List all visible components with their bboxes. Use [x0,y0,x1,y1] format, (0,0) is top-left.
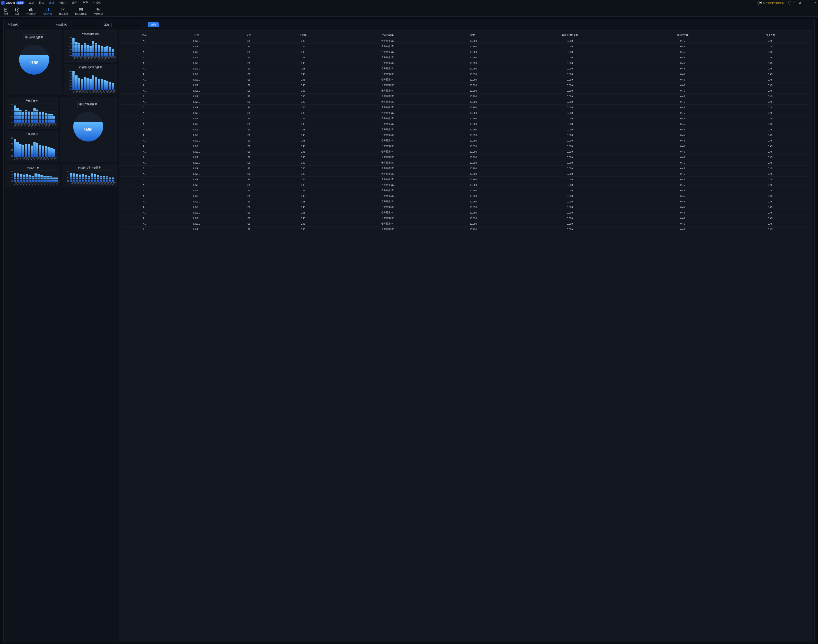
table-row[interactable]: A1LINE1S10.45合并重排11110.9900.0000.450.45 [121,204,810,210]
topmenu-item-2[interactable]: 统计 [47,0,57,6]
toolbar-item-作业分析[interactable]: 作业分析 [26,7,37,16]
table-row[interactable]: A1LINE1S10.45合并重排11110.9900.0000.450.45 [121,38,810,44]
gear-icon[interactable]: ⚙ [798,2,801,5]
table-row[interactable]: A1LINE1S10.45合并重排11110.9900.0000.450.45 [121,166,810,171]
search-button[interactable]: 查询 [148,22,159,27]
bar [98,45,100,57]
bar [109,177,111,182]
topmenu-item-1[interactable]: 报表 [37,0,47,6]
topmenu-item-5[interactable]: SOP [80,0,90,6]
table-row[interactable]: A1LINE1S10.45合并重排11110.9900.0000.450.45 [121,127,810,132]
window-minimize-icon[interactable]: — [804,2,806,5]
toolbar-item-合并重排[interactable]: 合并重排 [58,7,69,16]
toolbar-item-应用[interactable]: 应用 [14,7,20,16]
table-row[interactable]: A1LINE1S10.45合并重排11110.9900.0000.450.45 [121,83,810,88]
topmenu-item-0[interactable]: 分析 [26,0,37,6]
table-header: 产线 [167,32,226,38]
table-row[interactable]: A1LINE1S10.45合并重排11110.9900.0000.450.45 [121,149,810,155]
toolbar-item-比较分析[interactable]: 比较分析 [42,7,53,16]
table-row[interactable]: A1LINE1S10.45合并重排11110.9900.0000.450.45 [121,138,810,143]
svg-rect-4 [31,9,32,11]
table-row[interactable]: A1LINE1S10.45合并重排11110.9900.0000.450.45 [121,49,810,55]
table-row[interactable]: A1LINE1S10.45合并重排11110.9900.0000.450.45 [121,199,810,204]
bar [47,113,50,124]
table-header: 劳动负荷率 [334,32,441,38]
table-row[interactable]: A1LINE1S10.45合并重排11110.9900.0000.450.45 [121,221,810,227]
table-row[interactable]: A1LINE1S10.45合并重排11110.9900.0000.450.45 [121,116,810,121]
bar [84,43,86,57]
table-row[interactable]: A1LINE1S10.45合并重排11110.9900.0000.450.45 [121,171,810,177]
chart-title: 产线UPPH [8,166,58,170]
table-row[interactable]: A1LINE1S10.45合并重排11110.9900.0000.450.45 [121,94,810,99]
svg-rect-3 [30,9,31,11]
promo-banner[interactable]: 📢 八折优惠活动开始啦！ × [758,1,791,5]
toolbar-item-产线分析[interactable]: 产线分析 [93,7,104,16]
bar [25,144,27,157]
window-close-icon[interactable]: ✕ [814,2,817,5]
bar [32,176,34,182]
bar [52,177,55,182]
bar [28,111,30,123]
table-row[interactable]: A1LINE1S10.45合并重排11110.9900.0000.450.45 [121,188,810,193]
table-row[interactable]: A1LINE1S10.45合并重排11110.9900.0000.450.45 [121,77,810,83]
table-header: 平衡率 [272,32,334,38]
product-code-input[interactable] [20,23,47,27]
table-row[interactable]: A1LINE1S10.45合并重排11110.9900.0000.450.45 [121,132,810,138]
bar [19,110,21,123]
table-row[interactable]: A1LINE1S10.45合并重排11110.9900.0000.450.45 [121,44,810,49]
bar [112,49,114,57]
table-row[interactable]: A1LINE1S10.45合并重排11110.9900.0000.450.45 [121,99,810,105]
table-row[interactable]: A1LINE1S10.45合并重排11110.9900.0000.450.45 [121,193,810,199]
bar [109,47,111,57]
toolbar-item-简报[interactable]: 简报 [3,7,9,16]
table-row[interactable]: A1LINE1S10.45合并重排11110.9900.0000.450.45 [121,210,810,215]
table-row[interactable]: A1LINE1S10.45合并重排11110.9900.0000.450.45 [121,155,810,160]
info-icon[interactable]: ⓘ [793,2,796,5]
table-row[interactable]: A1LINE1S10.45合并重排11110.9900.0000.450.45 [121,215,810,221]
topmenu-item-6[interactable]: 可视化 [90,0,103,6]
table-row[interactable]: A1LINE1S10.45合并重排11110.9900.0000.450.45 [121,227,810,232]
table-row[interactable]: A1LINE1S10.45合并重排11110.9900.0000.450.45 [121,55,810,60]
bar [97,175,99,182]
toolbar-item-作业组合票[interactable]: 作业组合票 [74,7,87,16]
bar [35,173,37,182]
bar [76,174,78,182]
promo-close-icon[interactable]: × [787,2,789,4]
table-row[interactable]: A1LINE1S10.45合并重排11110.9900.0000.450.45 [121,66,810,71]
gauge-avg-line-balance-label: 平均产线平衡率 [77,101,99,108]
bar [17,142,18,157]
table-row[interactable]: A1LINE1S10.45合并重排11110.9900.0000.450.45 [121,88,810,94]
table-row[interactable]: A1LINE1S10.45合并重排11110.9900.0000.450.45 [121,121,810,127]
process-input[interactable] [112,23,139,27]
bar [28,144,30,157]
bar [81,79,83,90]
table-row[interactable]: A1LINE1S10.45合并重排11110.9900.0000.450.45 [121,105,810,110]
chart-prod-avg-labor: 产品平均劳动负荷率80757065605550A1线A1线A1线A1线A1线A1… [64,64,116,95]
bar [106,176,108,182]
data-table: 产品产线节拍平衡率劳动负荷率UPPH岗位平均负荷率每小时产能作业人数 A1LIN… [121,32,810,232]
topmenu-item-3[interactable]: 数据库 [57,0,70,6]
table-row[interactable]: A1LINE1S10.45合并重排11110.9900.0000.450.45 [121,182,810,188]
table-row[interactable]: A1LINE1S10.45合并重排11110.9900.0000.450.45 [121,143,810,149]
bar [103,176,105,182]
line-code-input[interactable] [68,23,96,27]
bar [19,144,21,157]
table-row[interactable]: A1LINE1S10.45合并重排11110.9900.0000.450.45 [121,110,810,116]
topmenu-item-4[interactable]: 应用 [70,0,80,6]
table-row[interactable]: A1LINE1S10.45合并重排11110.9900.0000.450.45 [121,60,810,66]
cube-icon [15,7,20,12]
bar [70,173,72,182]
table-row[interactable]: A1LINE1S10.45合并重排11110.9900.0000.450.45 [121,160,810,166]
bar [34,142,35,157]
bars-icon [29,7,34,12]
gauge-avg-line-balance-circle: %66 [73,112,103,141]
bar [84,77,86,90]
table-row[interactable]: A1LINE1S10.45合并重排11110.9900.0000.450.45 [121,177,810,182]
chart-line-station-avg: 产线岗位平均负荷率80706050A1线A1线A1线A1线A1线A1线A1线A1… [62,164,116,187]
bar [100,176,102,182]
bar [101,79,103,90]
filter-bar: 产品编码: 产线编码: 工序: 查询 [4,19,814,30]
line-code-label: 产线编码: [56,23,67,27]
table-row[interactable]: A1LINE1S10.45合并重排11110.9900.0000.450.45 [121,71,810,77]
window-restore-icon[interactable]: ❐ [809,2,812,5]
